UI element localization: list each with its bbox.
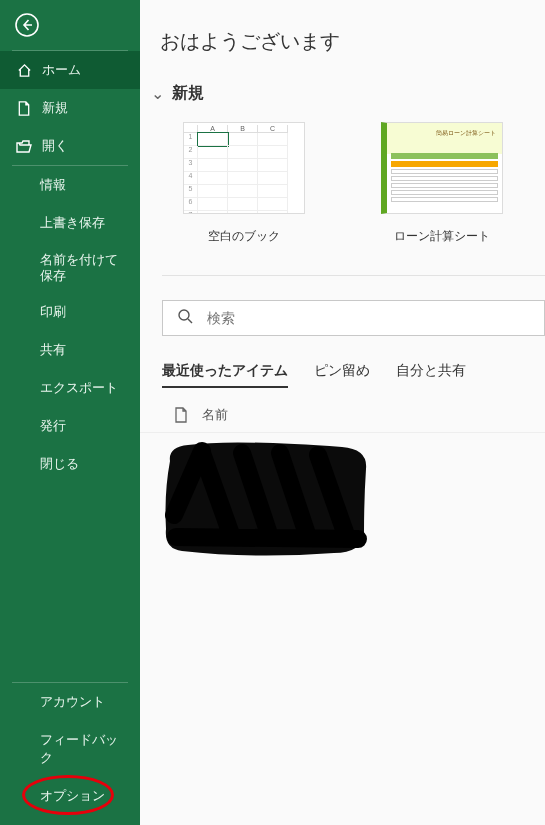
open-icon bbox=[16, 140, 32, 153]
sidebar-item-label: 開く bbox=[42, 137, 68, 155]
search-input[interactable] bbox=[207, 310, 544, 326]
list-header-label: 名前 bbox=[202, 406, 228, 424]
template-label: 空白のブック bbox=[208, 228, 280, 245]
sidebar-item-save-as[interactable]: 名前を付けて保存 bbox=[0, 242, 140, 293]
sidebar-item-info[interactable]: 情報 bbox=[0, 166, 140, 204]
sidebar-item-options[interactable]: オプション bbox=[0, 777, 117, 815]
redacted-content bbox=[162, 441, 372, 557]
template-thumbnail: 簡易ローン計算シート bbox=[381, 122, 503, 214]
sidebar-item-account[interactable]: アカウント bbox=[0, 683, 140, 721]
sidebar-item-publish[interactable]: 発行 bbox=[0, 407, 140, 445]
sidebar-item-home[interactable]: ホーム bbox=[0, 51, 140, 89]
options-highlight: オプション bbox=[0, 777, 117, 815]
sidebar-item-share[interactable]: 共有 bbox=[0, 331, 140, 369]
divider bbox=[162, 275, 545, 276]
sidebar-item-close[interactable]: 閉じる bbox=[0, 445, 140, 483]
sidebar-item-label: 閉じる bbox=[40, 455, 79, 473]
sidebar-bottom: アカウント フィードバック オプション bbox=[0, 682, 140, 825]
sidebar-item-print[interactable]: 印刷 bbox=[0, 293, 140, 331]
tabs: 最近使ったアイテム ピン留め 自分と共有 bbox=[140, 362, 545, 388]
template-blank-workbook[interactable]: ABC 1 2 3 4 5 6 7 空白のブック bbox=[168, 122, 320, 245]
template-thumbnail: ABC 1 2 3 4 5 6 7 bbox=[183, 122, 305, 214]
sidebar-item-label: 共有 bbox=[40, 341, 66, 359]
document-icon bbox=[174, 407, 188, 423]
sidebar-item-label: 新規 bbox=[42, 99, 68, 117]
sidebar-item-label: 発行 bbox=[40, 417, 66, 435]
chevron-down-icon: ⌄ bbox=[150, 84, 164, 103]
sidebar-item-label: 情報 bbox=[40, 176, 66, 194]
back-arrow-icon bbox=[14, 12, 40, 38]
sidebar-item-new[interactable]: 新規 bbox=[0, 89, 140, 127]
template-row: ABC 1 2 3 4 5 6 7 空白のブック 簡易ローン計算シート bbox=[140, 122, 545, 245]
new-icon bbox=[16, 101, 32, 116]
sidebar-item-label: 上書き保存 bbox=[40, 214, 105, 232]
template-label: ローン計算シート bbox=[394, 228, 490, 245]
tab-recent[interactable]: 最近使ったアイテム bbox=[162, 362, 288, 388]
svg-point-1 bbox=[179, 310, 189, 320]
sidebar-item-label: 名前を付けて保存 bbox=[40, 252, 128, 283]
template-loan-calc[interactable]: 簡易ローン計算シート ローン計算シート bbox=[366, 122, 518, 245]
main-content: おはようございます ⌄ 新規 ABC 1 2 3 4 5 6 7 空白のブック … bbox=[140, 0, 545, 825]
tab-shared[interactable]: 自分と共有 bbox=[396, 362, 466, 388]
search-icon bbox=[163, 308, 207, 328]
tab-pinned[interactable]: ピン留め bbox=[314, 362, 370, 388]
sidebar-item-label: エクスポート bbox=[40, 379, 118, 397]
sidebar-item-label: フィードバック bbox=[40, 731, 128, 767]
search-box[interactable] bbox=[162, 300, 545, 336]
sidebar-item-label: ホーム bbox=[42, 61, 81, 79]
sidebar-item-label: オプション bbox=[40, 787, 105, 805]
list-header[interactable]: 名前 bbox=[140, 406, 545, 433]
new-section-header[interactable]: ⌄ 新規 bbox=[140, 83, 545, 104]
home-icon bbox=[16, 63, 32, 78]
sidebar-item-label: アカウント bbox=[40, 693, 105, 711]
sidebar-item-label: 印刷 bbox=[40, 303, 66, 321]
sidebar-item-save[interactable]: 上書き保存 bbox=[0, 204, 140, 242]
sidebar-item-open[interactable]: 開く bbox=[0, 127, 140, 165]
sidebar-item-export[interactable]: エクスポート bbox=[0, 369, 140, 407]
page-title: おはようございます bbox=[140, 28, 545, 55]
sidebar-item-feedback[interactable]: フィードバック bbox=[0, 721, 140, 777]
section-label: 新規 bbox=[172, 83, 204, 104]
sidebar: ホーム 新規 開く 情報 上書き保存 名前を付けて保存 印刷 共有 エクスポート… bbox=[0, 0, 140, 825]
back-button[interactable] bbox=[0, 0, 140, 50]
